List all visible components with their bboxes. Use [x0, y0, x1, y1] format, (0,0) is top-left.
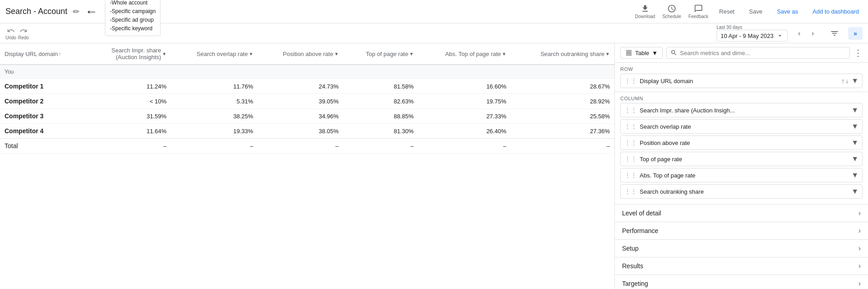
- col-remove-button[interactable]: ▼: [851, 122, 859, 131]
- table-row-you: You: [0, 65, 614, 79]
- section-level_of_detail: Level of detail ›: [615, 205, 868, 222]
- col-remove-button[interactable]: ▼: [851, 187, 859, 196]
- col-display-url[interactable]: Display URL domain ↑: [0, 43, 86, 65]
- section-header-results[interactable]: Results ›: [615, 257, 868, 275]
- drag-handle-col-icon[interactable]: ⋮⋮: [624, 139, 637, 146]
- table-row: Competitor 2 < 10% 5.31% 39.05% 82.63% 1…: [0, 94, 614, 109]
- date-range: Last 30 days 10 Apr - 9 May 2023: [717, 25, 788, 42]
- col-config-item: ⋮⋮ Search overlap rate ▼: [620, 119, 863, 134]
- search-metrics-input[interactable]: [680, 50, 846, 56]
- filter-icon-5: ▼: [502, 51, 506, 56]
- data-table: Display URL domain ↑ Search Impr. share(…: [0, 43, 614, 154]
- redo-button[interactable]: Redo: [18, 27, 29, 40]
- filter-icon: ▼: [162, 51, 166, 56]
- reset-button[interactable]: Reset: [716, 5, 738, 18]
- collapse-button[interactable]: »: [848, 27, 863, 40]
- col-abs-top[interactable]: Abs. Top of page rate ▼: [418, 43, 511, 65]
- table-type-selector[interactable]: Table ▼: [620, 47, 663, 59]
- col-config-item: ⋮⋮ Search Impr. share (Auction Insigh...…: [620, 103, 863, 117]
- accordion-sections: Level of detail › Performance › Setup › …: [615, 205, 868, 289]
- sort-asc-control[interactable]: ↑: [841, 77, 844, 84]
- sort-asc-icon: ↑: [59, 51, 61, 56]
- main-area: Display URL domain ↑ Search Impr. share(…: [0, 43, 868, 289]
- search-metrics-box[interactable]: [666, 47, 850, 59]
- date-picker[interactable]: 10 Apr - 9 May 2023: [717, 30, 788, 42]
- col-search-outranking[interactable]: Search outranking share ▼: [511, 43, 614, 65]
- filter-icon-6: ▼: [605, 51, 610, 56]
- drag-handle-col-icon[interactable]: ⋮⋮: [624, 172, 637, 179]
- drag-handle-col-icon[interactable]: ⋮⋮: [624, 155, 637, 163]
- chevron-icon-level_of_detail: ›: [859, 209, 861, 217]
- edit-icon[interactable]: ✏: [73, 7, 80, 17]
- table-row-total: Total––––––: [0, 139, 614, 154]
- sort-controls: ↑ ↓: [841, 77, 849, 84]
- drag-handle-icon[interactable]: ⋮⋮: [624, 77, 637, 84]
- row-config-item: ⋮⋮ Display URL domain ↑ ↓ ▼: [620, 74, 863, 88]
- col-config-item: ⋮⋮ Top of page rate ▼: [620, 152, 863, 166]
- filter-icon-3: ▼: [334, 51, 339, 56]
- col-item-label: Search overlap rate: [640, 123, 849, 130]
- column-config-section: Column ⋮⋮ Search Impr. share (Auction In…: [615, 92, 868, 205]
- date-label: Last 30 days: [717, 25, 788, 30]
- section-targeting: Targeting ›: [615, 275, 868, 289]
- filter-button[interactable]: [826, 25, 843, 42]
- col-item-label: Search Impr. share (Auction Insigh...: [640, 107, 849, 114]
- row-config-section: Row ⋮⋮ Display URL domain ↑ ↓ ▼: [615, 63, 868, 92]
- col-position-above[interactable]: Position above rate ▼: [258, 43, 343, 65]
- section-title-targeting: Targeting: [622, 280, 648, 287]
- drag-handle-col-icon[interactable]: ⋮⋮: [624, 188, 637, 195]
- top-bar-actions: Download Schedule Feedback Reset Save Sa…: [635, 4, 863, 19]
- drag-handle-col-icon[interactable]: ⋮⋮: [624, 107, 637, 114]
- section-title-level_of_detail: Level of detail: [622, 210, 661, 217]
- date-value: 10 Apr - 9 May 2023: [721, 33, 774, 39]
- section-title-setup: Setup: [622, 245, 639, 252]
- col-item-label: Search outranking share: [640, 188, 849, 195]
- section-results: Results ›: [615, 257, 868, 275]
- table-row: Competitor 1 11.24% 11.76% 24.73% 81.58%…: [0, 79, 614, 94]
- col-search-overlap[interactable]: Search overlap rate ▼: [171, 43, 258, 65]
- col-search-impr[interactable]: Search Impr. share(Auction Insights) ▼: [86, 43, 171, 65]
- row-label: Row: [620, 66, 863, 72]
- date-prev-button[interactable]: ‹: [793, 27, 806, 40]
- section-header-setup[interactable]: Setup ›: [615, 240, 868, 257]
- download-button[interactable]: Download: [635, 4, 655, 19]
- col-top-of-page[interactable]: Top of page rate ▼: [343, 43, 418, 65]
- more-options-button[interactable]: ⋮: [854, 47, 863, 58]
- chevron-icon-targeting: ›: [859, 280, 861, 288]
- table-type-chevron: ▼: [652, 50, 658, 56]
- schedule-button[interactable]: Schedule: [662, 4, 681, 19]
- add-to-dashboard-button[interactable]: Add to dashboard: [809, 5, 863, 18]
- save-as-button[interactable]: Save as: [773, 5, 802, 18]
- section-header-level_of_detail[interactable]: Level of detail ›: [615, 205, 868, 222]
- section-performance: Performance ›: [615, 222, 868, 240]
- col-config-item: ⋮⋮ Abs. Top of page rate ▼: [620, 168, 863, 182]
- col-remove-row[interactable]: ▼: [851, 77, 859, 85]
- section-header-targeting[interactable]: Targeting ›: [615, 275, 868, 289]
- date-nav: ‹ ›: [793, 27, 819, 40]
- save-button[interactable]: Save: [745, 5, 766, 18]
- chevron-icon-setup: ›: [859, 244, 861, 252]
- table-selector-bar: Table ▼ ⋮: [615, 43, 868, 63]
- sort-desc-control[interactable]: ↓: [845, 77, 849, 84]
- chevron-icon-results: ›: [859, 262, 861, 270]
- table-row: Competitor 4 11.64% 19.33% 38.05% 81.30%…: [0, 124, 614, 139]
- table-area: Display URL domain ↑ Search Impr. share(…: [0, 43, 615, 289]
- annotation-arrow: ←: [85, 5, 98, 19]
- date-next-button[interactable]: ›: [807, 27, 819, 40]
- feedback-button[interactable]: Feedback: [689, 4, 708, 19]
- col-item-label: Position above rate: [640, 140, 849, 146]
- col-remove-button[interactable]: ▼: [851, 106, 859, 114]
- section-setup: Setup ›: [615, 240, 868, 257]
- section-header-performance[interactable]: Performance ›: [615, 222, 868, 239]
- top-bar: Search - Account ✏ ← Can be done for: -W…: [0, 0, 868, 23]
- col-item-label: Top of page rate: [640, 156, 849, 163]
- section-title-results: Results: [622, 262, 643, 270]
- right-panel: Table ▼ ⋮ Row ⋮⋮ Display URL domain ↑ ↓ …: [615, 43, 868, 289]
- col-remove-button[interactable]: ▼: [851, 155, 859, 163]
- section-title-performance: Performance: [622, 227, 658, 234]
- col-remove-button[interactable]: ▼: [851, 139, 859, 147]
- table-row: Competitor 3 31.59% 38.25% 34.96% 88.85%…: [0, 109, 614, 124]
- undo-button[interactable]: Undo: [5, 27, 16, 40]
- col-remove-button[interactable]: ▼: [851, 171, 859, 179]
- drag-handle-col-icon[interactable]: ⋮⋮: [624, 123, 637, 130]
